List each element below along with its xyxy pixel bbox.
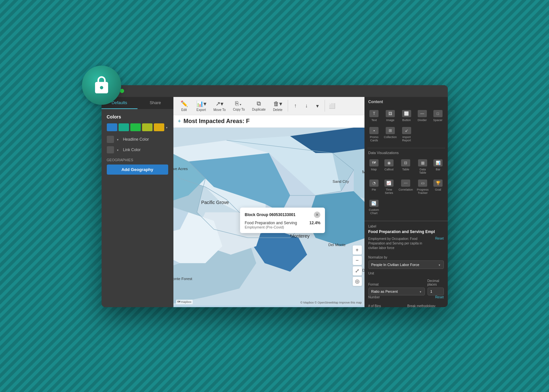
image-content-icon: 🖼 xyxy=(386,110,395,117)
label-reset-link[interactable]: Reset xyxy=(435,237,444,240)
toolbar-expand-button[interactable]: ⬜ xyxy=(327,101,337,111)
map-visual[interactable]: Pacific Grove Pacific Grove Acres Monter… xyxy=(173,128,364,306)
data-table-viz-label: Data Table xyxy=(417,168,428,174)
content-item-import[interactable]: ↙ Import Report xyxy=(399,125,414,144)
color-swatch-5[interactable] xyxy=(154,123,164,131)
viz-item-callout[interactable]: ◉ Callout xyxy=(382,157,396,176)
import-content-label: Import Report xyxy=(401,135,412,142)
compass-button[interactable]: ◎ xyxy=(353,277,362,286)
format-field-label: Format xyxy=(368,283,425,286)
viz-item-pie[interactable]: ◔ Pie xyxy=(367,178,381,196)
content-item-text[interactable]: T Text xyxy=(367,108,381,124)
spacer-content-icon: □ xyxy=(433,110,443,117)
divider-content-label: Divider xyxy=(418,118,427,122)
svg-text:Pacific Grove: Pacific Grove xyxy=(201,199,229,205)
number-reset-link[interactable]: Reset xyxy=(435,295,444,299)
toolbar-move-to[interactable]: ↗▾ Move To xyxy=(210,99,229,113)
move-to-label: Move To xyxy=(214,108,226,112)
link-color-swatch[interactable] xyxy=(107,146,114,153)
toolbar-more-button[interactable]: ▾ xyxy=(312,101,323,111)
normalize-by-value: People In Civilian Labor Force xyxy=(371,263,419,267)
content-item-collection[interactable]: ⊞ Collection xyxy=(382,125,398,144)
svg-text:Del Rey Oaks: Del Rey Oaks xyxy=(362,268,364,272)
toolbar-delete[interactable]: 🗑▾ Delete xyxy=(269,99,286,113)
popup-metric-row: Food Preparation and Serving 12.4% xyxy=(245,221,320,225)
toolbar-edit[interactable]: ✏️ Edit xyxy=(176,99,192,113)
toolbar-down-button[interactable]: ↓ xyxy=(301,101,312,111)
normalize-by-field-label: Normalize by xyxy=(368,256,444,259)
fit-bounds-button[interactable]: ⤢ xyxy=(353,266,362,275)
label-section: Label Food Preparation and Serving Empl … xyxy=(364,221,448,307)
headline-color-dropdown[interactable] xyxy=(117,137,119,142)
content-item-button[interactable]: ⬜ Button xyxy=(399,108,414,124)
normalize-by-dropdown[interactable]: People In Civilian Labor Force xyxy=(368,260,444,269)
pie-viz-icon: ◔ xyxy=(369,180,379,187)
bins-row: # of Bins 3 Break methodology Natural Br… xyxy=(368,302,444,307)
delete-label: Delete xyxy=(273,108,283,112)
break-methodology-col: Break methodology Natural Breaks (de xyxy=(407,302,444,307)
toolbar-duplicate[interactable]: ⧉ Duplicate xyxy=(249,99,269,113)
toolbar-separator-2 xyxy=(325,100,325,112)
window-body: Defaults Share Colors Headline Color xyxy=(102,97,448,307)
viz-item-custom-chart[interactable]: 📉 Custom Chart xyxy=(367,198,381,217)
popup-header: Block Group 060530133001 ✕ xyxy=(245,212,320,218)
tab-share[interactable]: Share xyxy=(137,97,173,109)
button-content-icon: ⬜ xyxy=(402,110,411,117)
custom-chart-viz-icon: 📉 xyxy=(369,200,379,207)
map-title-plus-icon[interactable]: + xyxy=(178,118,181,124)
viz-item-time-series[interactable]: 📈 Time Series xyxy=(382,178,396,196)
divider-content-icon: — xyxy=(418,110,427,117)
color-swatch-3[interactable] xyxy=(130,123,141,131)
svg-text:Del Monte Forest: Del Monte Forest xyxy=(173,276,192,281)
toolbar-copy-to[interactable]: ⎘▾ Copy To xyxy=(230,99,248,113)
viz-item-goal[interactable]: 🏆 Goal xyxy=(431,178,445,196)
popup-metric: Food Preparation and Serving xyxy=(245,221,297,225)
viz-item-data-table[interactable]: ▦ Data Table xyxy=(415,157,430,176)
lock-icon xyxy=(82,66,121,105)
duplicate-label: Duplicate xyxy=(252,108,266,111)
import-content-icon: ↙ xyxy=(402,127,411,134)
mac-window: Defaults Share Colors Headline Color xyxy=(102,85,448,307)
number-reset-row: Number Reset xyxy=(368,295,444,299)
map-viz-icon: 🗺 xyxy=(369,159,379,166)
content-item-spacer[interactable]: □ Spacer xyxy=(431,108,445,124)
bins-col: # of Bins 3 xyxy=(368,302,405,307)
popup-sub-metric: Employment (Pre-Covid) xyxy=(245,225,320,229)
content-item-image[interactable]: 🖼 Image xyxy=(382,108,398,124)
callout-viz-icon: ◉ xyxy=(384,159,394,166)
viz-item-bar[interactable]: 📊 Bar xyxy=(431,157,445,176)
viz-item-table[interactable]: ⊟ Table xyxy=(397,157,414,176)
copy-to-icon: ⎘▾ xyxy=(235,100,242,107)
viz-item-map[interactable]: 🗺 Map xyxy=(367,157,381,176)
zoom-out-button[interactable]: − xyxy=(353,256,362,265)
link-color-dropdown[interactable] xyxy=(117,148,119,152)
toolbar-up-button[interactable]: ↑ xyxy=(290,101,300,111)
label-field-title: Label xyxy=(368,225,444,228)
add-geography-button[interactable]: Add Geography xyxy=(107,165,168,175)
zoom-in-button[interactable]: + xyxy=(353,245,362,255)
text-content-label: Text xyxy=(371,118,377,122)
data-viz-label: Data Visualizations xyxy=(364,149,448,156)
svg-text:Monterey: Monterey xyxy=(362,169,364,174)
geographies-label: Geographies xyxy=(107,158,168,162)
collection-content-label: Collection xyxy=(384,135,397,139)
color-swatch-2[interactable] xyxy=(119,123,129,131)
color-swatch-4[interactable] xyxy=(142,123,153,131)
table-viz-label: Table xyxy=(402,168,409,171)
viz-item-correlation[interactable]: ⋯ Correlation xyxy=(397,178,414,196)
color-palette-dropdown[interactable] xyxy=(166,125,168,130)
content-item-promo[interactable]: ▪ Promo Cards xyxy=(367,125,381,144)
viz-item-progress[interactable]: ▭ Progress Tracker xyxy=(415,178,430,196)
decimal-input[interactable] xyxy=(428,288,444,295)
callout-viz-label: Callout xyxy=(384,168,394,171)
toolbar: ✏️ Edit 📊▾ Export ↗▾ Move To ⎘▾ Copy To … xyxy=(173,97,364,115)
toolbar-export[interactable]: 📊▾ Export xyxy=(193,99,210,113)
progress-viz-label: Progress Tracker xyxy=(417,188,428,195)
content-item-divider[interactable]: — Divider xyxy=(415,108,429,124)
headline-color-swatch[interactable] xyxy=(107,136,114,143)
color-swatch-1[interactable] xyxy=(107,123,117,131)
popup-close-button[interactable]: ✕ xyxy=(314,212,320,218)
format-dropdown[interactable]: Ratio as Percent xyxy=(368,288,425,295)
collection-content-icon: ⊞ xyxy=(386,127,395,134)
map-popup: Block Group 060530133001 ✕ Food Preparat… xyxy=(240,208,325,233)
